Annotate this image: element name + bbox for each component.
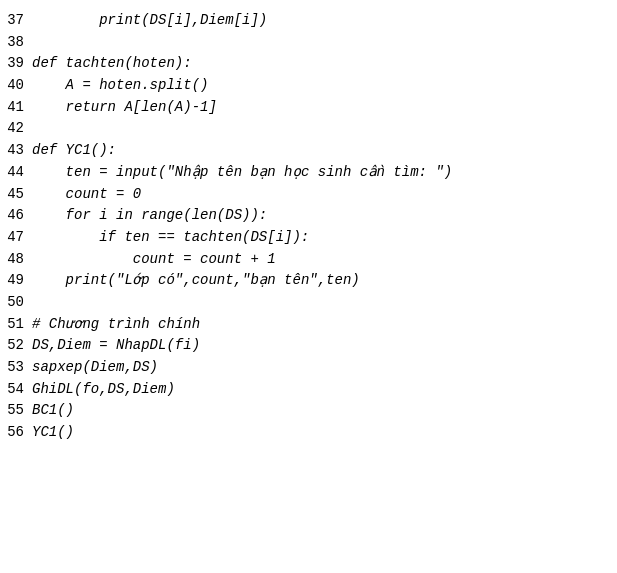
line-number: 51 <box>0 314 32 336</box>
line-content: sapxep(Diem,DS) <box>32 357 158 379</box>
code-line: 41 return A[len(A)-1] <box>0 97 617 119</box>
line-content: print(DS[i],Diem[i]) <box>32 10 267 32</box>
line-content: def tachten(hoten): <box>32 53 192 75</box>
line-number: 41 <box>0 97 32 119</box>
code-line: 56YC1() <box>0 422 617 444</box>
line-content: ten = input("Nhập tên bạn học sinh cần t… <box>32 162 452 184</box>
line-number: 43 <box>0 140 32 162</box>
line-content: YC1() <box>32 422 74 444</box>
line-content: print("Lớp có",count,"bạn tên",ten) <box>32 270 360 292</box>
code-line: 37 print(DS[i],Diem[i]) <box>0 10 617 32</box>
code-viewer: 37 print(DS[i],Diem[i])3839def tachten(h… <box>0 0 617 573</box>
line-content: DS,Diem = NhapDL(fi) <box>32 335 200 357</box>
line-content: def YC1(): <box>32 140 116 162</box>
line-number: 54 <box>0 379 32 401</box>
code-line: 51# Chương trình chính <box>0 314 617 336</box>
line-number: 46 <box>0 205 32 227</box>
line-number: 40 <box>0 75 32 97</box>
line-number: 39 <box>0 53 32 75</box>
code-line: 40 A = hoten.split() <box>0 75 617 97</box>
line-content: count = 0 <box>32 184 141 206</box>
code-line: 55BC1() <box>0 400 617 422</box>
line-number: 45 <box>0 184 32 206</box>
line-number: 42 <box>0 118 32 140</box>
line-content: GhiDL(fo,DS,Diem) <box>32 379 175 401</box>
line-number: 44 <box>0 162 32 184</box>
code-line: 45 count = 0 <box>0 184 617 206</box>
code-line: 54GhiDL(fo,DS,Diem) <box>0 379 617 401</box>
code-line: 52DS,Diem = NhapDL(fi) <box>0 335 617 357</box>
code-line: 38 <box>0 32 617 54</box>
line-number: 56 <box>0 422 32 444</box>
line-content: if ten == tachten(DS[i]): <box>32 227 309 249</box>
line-number: 55 <box>0 400 32 422</box>
code-line: 47 if ten == tachten(DS[i]): <box>0 227 617 249</box>
line-content: for i in range(len(DS)): <box>32 205 267 227</box>
code-line: 53sapxep(Diem,DS) <box>0 357 617 379</box>
line-number: 47 <box>0 227 32 249</box>
line-content: A = hoten.split() <box>32 75 208 97</box>
line-number: 50 <box>0 292 32 314</box>
line-number: 53 <box>0 357 32 379</box>
line-content: # Chương trình chính <box>32 314 200 336</box>
code-line: 48 count = count + 1 <box>0 249 617 271</box>
line-number: 49 <box>0 270 32 292</box>
code-line: 42 <box>0 118 617 140</box>
line-number: 48 <box>0 249 32 271</box>
code-line: 39def tachten(hoten): <box>0 53 617 75</box>
line-content: return A[len(A)-1] <box>32 97 217 119</box>
line-content: BC1() <box>32 400 74 422</box>
line-number: 38 <box>0 32 32 54</box>
code-line: 43def YC1(): <box>0 140 617 162</box>
line-number: 52 <box>0 335 32 357</box>
code-line: 44 ten = input("Nhập tên bạn học sinh cầ… <box>0 162 617 184</box>
line-number: 37 <box>0 10 32 32</box>
code-line: 50 <box>0 292 617 314</box>
code-line: 46 for i in range(len(DS)): <box>0 205 617 227</box>
code-line: 49 print("Lớp có",count,"bạn tên",ten) <box>0 270 617 292</box>
line-content: count = count + 1 <box>32 249 276 271</box>
